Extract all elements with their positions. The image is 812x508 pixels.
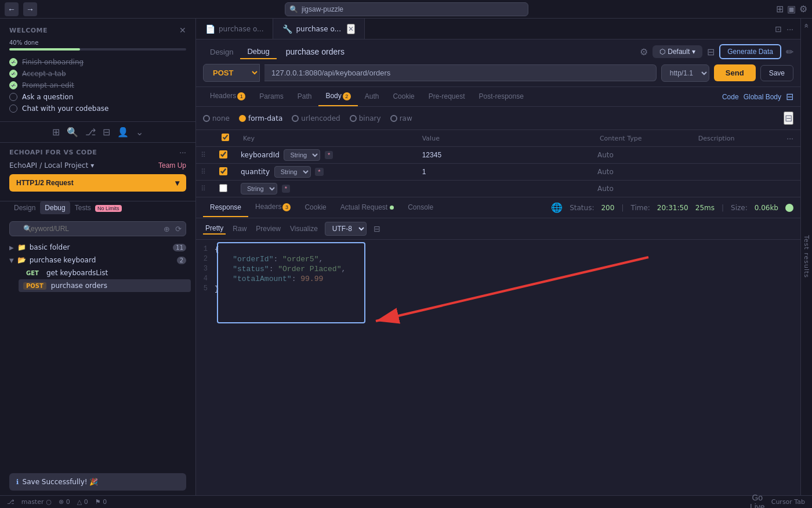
response-tab-cookie[interactable]: Cookie: [298, 199, 333, 217]
body-tab-auth[interactable]: Auth: [358, 88, 386, 106]
body-tab-params[interactable]: Params: [252, 88, 290, 106]
preview-button[interactable]: Preview: [253, 224, 283, 234]
columns-icon[interactable]: ⊟: [707, 46, 715, 57]
tree-item-post-purchase[interactable]: POST purchase orders: [19, 279, 191, 292]
panel-toggle-button[interactable]: ⊞: [776, 3, 784, 15]
required-2[interactable]: *: [282, 185, 290, 193]
copy-tool-button[interactable]: ⊞: [52, 127, 60, 138]
send-button[interactable]: Send: [714, 64, 756, 81]
drag-handle-1[interactable]: ⠿: [201, 168, 206, 176]
person-tool-button[interactable]: 👤: [117, 127, 129, 138]
required-0[interactable]: *: [325, 151, 333, 159]
type-select-0[interactable]: String: [284, 149, 320, 161]
body-tab-path[interactable]: Path: [291, 88, 319, 106]
radio-form-data[interactable]: form-data: [239, 114, 282, 123]
layout-button[interactable]: ▣: [787, 3, 796, 15]
tab-more-button[interactable]: ···: [786, 24, 793, 34]
tree-folder-purchase[interactable]: ▼ 📂 purchase keyboard 2: [5, 254, 191, 266]
sidebar-tests-tab[interactable]: Tests No Limits: [70, 201, 126, 214]
table-more-button[interactable]: ···: [786, 134, 793, 143]
url-input[interactable]: [264, 64, 657, 81]
checklist-item-0[interactable]: ✓ Finish onboarding: [9, 56, 186, 68]
value-input-1[interactable]: [420, 167, 588, 177]
body-tab-body[interactable]: Body2: [318, 87, 357, 106]
body-tab-cookie[interactable]: Cookie: [386, 88, 421, 106]
method-select[interactable]: POST GET PUT DELETE: [203, 64, 260, 82]
drag-handle-0[interactable]: ⠿: [201, 151, 206, 159]
grid-tool-button[interactable]: ⊟: [103, 127, 110, 138]
visualize-button[interactable]: Visualize: [288, 224, 320, 234]
response-tab-response[interactable]: Response: [203, 199, 248, 217]
required-1[interactable]: *: [315, 168, 323, 176]
response-tab-console[interactable]: Console: [401, 199, 440, 217]
radio-urlencoded[interactable]: urlencoded: [292, 114, 340, 123]
tab-2-close[interactable]: ✕: [347, 24, 355, 34]
value-input-0[interactable]: [420, 150, 588, 160]
type-select-2[interactable]: String: [241, 183, 277, 194]
branch-tool-button[interactable]: ⎇: [85, 127, 96, 138]
body-tab-postresponse[interactable]: Post-response: [472, 88, 531, 106]
http-version-select[interactable]: http/1.1 http/2: [661, 64, 709, 82]
save-button[interactable]: Save: [760, 65, 793, 81]
checklist-item-2[interactable]: ✓ Prompt-an-edit: [9, 80, 186, 91]
encoding-select[interactable]: UTF-8: [325, 222, 367, 236]
select-all-checkbox[interactable]: [222, 134, 229, 141]
radio-raw[interactable]: raw: [390, 114, 412, 123]
tree-item-get-keyboards[interactable]: GET get keyboardsList: [19, 266, 191, 279]
code-button[interactable]: Code: [722, 91, 739, 102]
body-copy-button[interactable]: ⊟: [784, 111, 793, 125]
welcome-close-button[interactable]: ✕: [179, 26, 186, 35]
globe-button[interactable]: 🌐: [551, 202, 563, 213]
generate-data-button[interactable]: Generate Data: [719, 44, 781, 59]
row-1-checkbox[interactable]: [219, 167, 227, 175]
sidebar-debug-tab[interactable]: Debug: [40, 201, 70, 214]
settings-gear-icon[interactable]: ⚙: [640, 46, 648, 57]
save-notification-text: Save Successfully! 🎉: [23, 478, 99, 486]
global-body-button[interactable]: Global Body: [744, 91, 781, 102]
type-select-1[interactable]: String: [274, 166, 311, 178]
response-tab-actual[interactable]: Actual Request: [334, 199, 401, 217]
tree-folder-basic[interactable]: ▶ 📁 basic folder 11: [5, 241, 191, 254]
content-debug-tab[interactable]: Debug: [240, 45, 276, 59]
edit-icon[interactable]: ✏: [786, 46, 793, 57]
more-tool-button[interactable]: ⌄: [136, 127, 143, 138]
sidebar-design-tab[interactable]: Design: [9, 201, 40, 214]
item-label-post-purchase: purchase orders: [51, 282, 107, 290]
tab-2[interactable]: 🔧 purchase o... ✕: [273, 19, 364, 39]
body-tab-prerequest[interactable]: Pre-request: [422, 88, 472, 106]
checklist-item-1[interactable]: ✓ Accept a tab: [9, 68, 186, 80]
radio-binary[interactable]: binary: [350, 114, 381, 123]
radio-none[interactable]: none: [203, 114, 230, 123]
body-tab-headers[interactable]: Headers1: [203, 87, 252, 106]
raw-button[interactable]: Raw: [230, 224, 249, 234]
default-icon: ⬡: [659, 48, 665, 56]
content-design-tab[interactable]: Design: [203, 45, 240, 59]
copy-response-button[interactable]: ⊟: [374, 224, 380, 233]
drag-handle-2[interactable]: ⠿: [201, 185, 206, 193]
row-2-checkbox[interactable]: [219, 184, 227, 192]
row-0-checkbox[interactable]: [219, 150, 227, 158]
collapse-icon: «: [802, 23, 811, 29]
json-text-2: "orderId": "order5",: [215, 255, 323, 264]
top-search-input[interactable]: [285, 2, 528, 16]
pretty-button[interactable]: Pretty: [203, 223, 226, 235]
go-live-button[interactable]: Go Live: [751, 495, 764, 509]
search-tool-button[interactable]: 🔍: [67, 127, 78, 138]
split-view-button[interactable]: ⊡: [775, 24, 782, 34]
back-button[interactable]: ←: [5, 2, 19, 16]
test-results-bar[interactable]: « Test results: [800, 19, 812, 495]
sidebar-search-input[interactable]: [9, 221, 186, 236]
checklist-item-3[interactable]: Ask a question: [9, 91, 186, 103]
echoapi-more-button[interactable]: ···: [179, 147, 186, 157]
settings-button[interactable]: ⚙: [799, 3, 807, 15]
team-up-button[interactable]: Team Up: [158, 161, 186, 170]
default-button[interactable]: ⬡ Default ▾: [652, 45, 702, 58]
tab-1[interactable]: 📄 purchase o...: [196, 19, 273, 39]
checklist-item-4[interactable]: Chat with your codebase: [9, 103, 186, 114]
response-tab-headers[interactable]: Headers3: [248, 198, 298, 217]
body-copy-icon[interactable]: ⊟: [786, 91, 793, 102]
response-meta: 🌐 Status: 200 | Time: 20:31:50 25ms | Si…: [551, 202, 793, 213]
http-request-button[interactable]: HTTP1/2 Request ▾: [9, 174, 186, 192]
request-name-input[interactable]: [281, 45, 635, 59]
forward-button[interactable]: →: [23, 2, 37, 16]
